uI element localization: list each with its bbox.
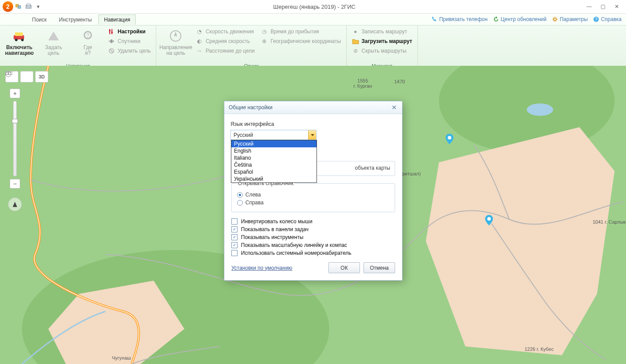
3d-tool-button[interactable]: 3D (35, 71, 48, 82)
language-option[interactable]: English (231, 147, 317, 154)
qat-windows-icon[interactable] (15, 3, 23, 11)
window-controls: — ▢ ✕ (586, 4, 621, 10)
svg-rect-9 (15, 32, 23, 36)
direction-icon (169, 29, 183, 43)
language-label: Язык интерфейса (230, 121, 396, 127)
tab-tools[interactable]: Инструменты (53, 14, 97, 25)
svg-point-17 (111, 32, 113, 33)
language-combobox[interactable]: Русский Русский English Italiano Čeština… (230, 130, 317, 140)
radio-left[interactable]: Слева (237, 192, 389, 198)
set-target-label: Задать цель (45, 45, 62, 56)
compass-tool-button[interactable] (20, 71, 33, 82)
distance-button[interactable]: ↔Расстояние до цели (194, 46, 256, 55)
sliders-icon (108, 28, 115, 35)
where-am-i-button[interactable]: ? Где я? (72, 27, 104, 58)
checkbox-icon (231, 226, 237, 232)
close-button[interactable]: ✕ (615, 4, 621, 10)
coords-button[interactable]: ⊕Географические координаты (259, 37, 342, 46)
delete-target-label: Удалить цель (118, 48, 151, 54)
link-bind-phone-label: Привязать телефон (439, 16, 487, 22)
checkbox-invert-wheel[interactable]: Инвертировать колесо мыши (231, 218, 395, 225)
zoom-in-button[interactable]: + (10, 89, 20, 98)
record-icon: ● (352, 28, 359, 35)
checkbox-invert-label: Инвертировать колесо мыши (241, 218, 313, 225)
gear-icon (552, 16, 558, 22)
satellites-button[interactable]: Спутники (106, 37, 152, 46)
satellite-icon (108, 38, 115, 45)
link-bind-phone[interactable]: Привязать телефон (431, 16, 487, 22)
hide-routes-button[interactable]: ⊘Скрыть маршруты (350, 46, 414, 55)
cancel-button[interactable]: Отмена (363, 262, 395, 273)
defaults-link[interactable]: Установки по умолчанию (231, 265, 292, 271)
where-am-i-label: Где я? (83, 45, 92, 56)
svg-point-10 (15, 39, 18, 41)
dialog-close-button[interactable]: ✕ (391, 104, 398, 111)
clock-icon: ◷ (261, 28, 268, 35)
svg-rect-3 (27, 4, 30, 6)
svg-rect-20 (111, 39, 112, 43)
language-option[interactable]: Čeština (231, 161, 317, 168)
checkbox-dialer-label: Использовать системный номеронабиратель (241, 250, 351, 256)
language-option[interactable]: Italiano (231, 154, 317, 161)
tab-search[interactable]: Поиск (26, 14, 52, 25)
location-icon: ? (81, 29, 95, 43)
distance-label: Расстояние до цели (205, 48, 255, 54)
eta-label: Время до прибытия (270, 29, 319, 35)
dialog-titlebar[interactable]: Общие настройки ✕ (224, 101, 402, 114)
checkbox-ruler-label: Показывать масштабную линейку и компас (241, 242, 347, 248)
help-icon: ? (593, 16, 599, 22)
svg-text:?: ? (595, 17, 597, 22)
settings-button[interactable]: Настройки (106, 27, 152, 36)
ribbon-group-navigation: Включить навигацию Задать цель ? Где я? … (0, 25, 156, 70)
zoom-out-button[interactable]: − (10, 179, 20, 189)
qat-print-icon[interactable] (25, 3, 32, 11)
svg-point-4 (554, 18, 556, 21)
checkbox-taskbar[interactable]: Показывать в панели задач (231, 226, 395, 232)
language-option[interactable]: Русский (231, 140, 317, 147)
maximize-button[interactable]: ▢ (601, 4, 607, 10)
link-updates[interactable]: Центр обновлений (493, 16, 547, 22)
checkbox-system-dialer[interactable]: Использовать системный номеронабиратель (231, 250, 395, 256)
avg-speed-icon: ◐ (196, 38, 203, 45)
speed-button[interactable]: ◔Скорость движения (194, 27, 256, 36)
map-pin-1[interactable] (446, 134, 453, 143)
language-option[interactable]: Український (231, 175, 317, 182)
checkbox-show-ruler[interactable]: Показывать масштабную линейку и компас (231, 242, 395, 248)
checkbox-show-tools[interactable]: Показывать инструменты (231, 234, 395, 240)
set-target-button[interactable]: Задать цель (38, 27, 69, 58)
checkbox-tools-label: Показывать инструменты (241, 234, 303, 240)
app-logo-icon: 2 (3, 1, 13, 12)
settings-dialog: Общие настройки ✕ Язык интерфейса Русски… (224, 101, 403, 281)
delete-target-button[interactable]: Удалить цель (106, 46, 152, 55)
minimize-button[interactable]: — (586, 4, 593, 10)
qat-dropdown-icon[interactable]: ▾ (34, 3, 42, 11)
direction-button[interactable]: Направление на цель (160, 27, 191, 58)
speed-icon: ◔ (196, 28, 203, 35)
map-label-peak1: 1555г. Курган (353, 78, 372, 89)
link-help[interactable]: ? Справка (593, 16, 622, 22)
radio-right[interactable]: Справа (237, 200, 389, 206)
ok-button[interactable]: ОК (328, 262, 360, 273)
record-route-label: Записать маршрут (362, 29, 407, 35)
checkbox-icon (231, 250, 237, 256)
enable-navigation-button[interactable]: Включить навигацию (4, 27, 35, 58)
combobox-dropdown-button[interactable] (308, 130, 316, 139)
avg-speed-label: Средняя скорость (205, 38, 250, 44)
svg-rect-19 (112, 40, 114, 42)
satellites-label: Спутники (118, 38, 140, 44)
avg-speed-button[interactable]: ◐Средняя скорость (194, 37, 256, 46)
link-parameters[interactable]: Параметры (552, 16, 588, 22)
tab-navigation[interactable]: Навигация (98, 14, 136, 25)
zoom-track[interactable] (13, 101, 17, 176)
record-route-button[interactable]: ●Записать маршрут (350, 27, 414, 36)
map-pin-2[interactable] (485, 215, 492, 225)
ribbon: Включить навигацию Задать цель ? Где я? … (0, 25, 626, 71)
map-label-partial: ритшал) (402, 171, 421, 176)
car-icon (12, 29, 26, 43)
language-dropdown-list: Русский English Italiano Čeština Español… (231, 140, 317, 183)
load-route-button[interactable]: Загрузить маршрут (350, 37, 414, 46)
eta-button[interactable]: ◷Время до прибытия (259, 27, 342, 36)
zoom-slider: + − (10, 88, 20, 189)
language-option[interactable]: Español (231, 168, 317, 175)
map-compass-icon[interactable] (8, 197, 22, 211)
